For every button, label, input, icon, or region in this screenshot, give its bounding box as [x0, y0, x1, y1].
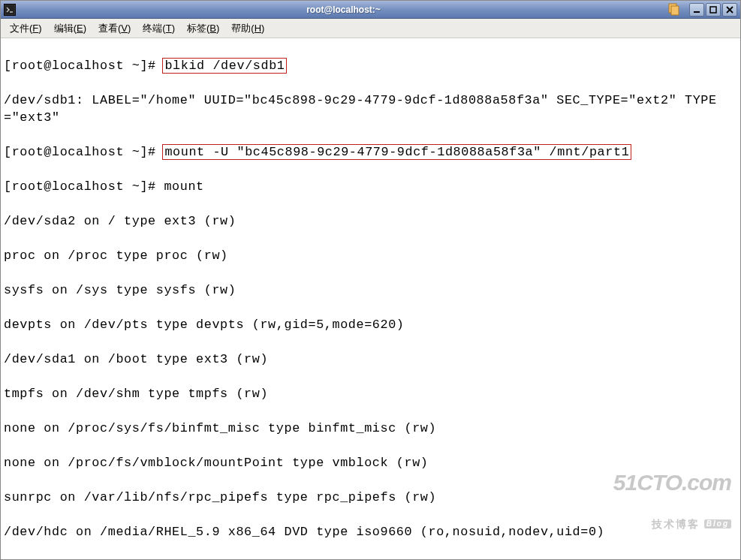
menu-terminal[interactable]: 终端(T) [137, 20, 181, 38]
close-button[interactable] [722, 3, 737, 17]
menu-edit[interactable]: 编辑(E) [48, 20, 92, 38]
maximize-button[interactable] [706, 3, 721, 17]
mount-line: proc on /proc type proc (rw) [4, 247, 737, 264]
mount-line: sunrpc on /var/lib/nfs/rpc_pipefs type r… [4, 489, 737, 506]
documents-icon [667, 3, 680, 17]
mount-line: sysfs on /sys type sysfs (rw) [4, 282, 737, 299]
prompt: [root@localhost ~]# [4, 179, 164, 194]
mount-line: devpts on /dev/pts type devpts (rw,gid=5… [4, 316, 737, 333]
prompt: [root@localhost ~]# [4, 145, 164, 159]
terminal-body[interactable]: [root@localhost ~]# blkid /dev/sdb1 /dev… [1, 38, 740, 559]
menu-tabs[interactable]: 标签(B) [181, 20, 225, 38]
output-blkid: /dev/sdb1: LABEL="/home" UUID="bc45c898-… [4, 92, 737, 126]
command-mount: mount [164, 179, 203, 194]
menu-file[interactable]: 文件(F) [4, 20, 48, 38]
mount-line: /dev/sda1 on /boot type ext3 (rw) [4, 351, 737, 368]
menubar: 文件(F) 编辑(E) 查看(V) 终端(T) 标签(B) 帮助(H) [1, 19, 740, 38]
minimize-button[interactable] [689, 3, 704, 17]
titlebar[interactable]: root@localhost:~ [1, 1, 740, 19]
svg-rect-5 [710, 7, 716, 13]
terminal-window: root@localhost:~ 文件(F) 编辑(E) 查看(V) 终端(T)… [0, 0, 741, 560]
svg-rect-3 [671, 6, 679, 15]
svg-rect-0 [5, 5, 14, 14]
mount-line: /dev/hdc on /media/RHEL_5.9 x86_64 DVD t… [4, 523, 737, 540]
mount-line: tmpfs on /dev/shm type tmpfs (rw) [4, 385, 737, 402]
prompt: [root@localhost ~]# [4, 59, 164, 73]
mount-line: none on /proc/fs/vmblock/mountPoint type… [4, 454, 737, 471]
mount-line: /dev/sdb1 on /mnt/part1 type ext3 (rw) [4, 558, 737, 559]
window-title: root@localhost:~ [20, 5, 667, 15]
menu-view[interactable]: 查看(V) [92, 20, 137, 38]
command-blkid: blkid /dev/sdb1 [162, 58, 287, 74]
terminal-icon [4, 4, 16, 16]
mount-line: /dev/sda2 on / type ext3 (rw) [4, 212, 737, 230]
mount-line: none on /proc/sys/fs/binfmt_misc type bi… [4, 420, 737, 437]
command-mount-uuid: mount -U "bc45c898-9c29-4779-9dcf-1d8088… [162, 144, 631, 160]
menu-help[interactable]: 帮助(H) [225, 20, 270, 38]
